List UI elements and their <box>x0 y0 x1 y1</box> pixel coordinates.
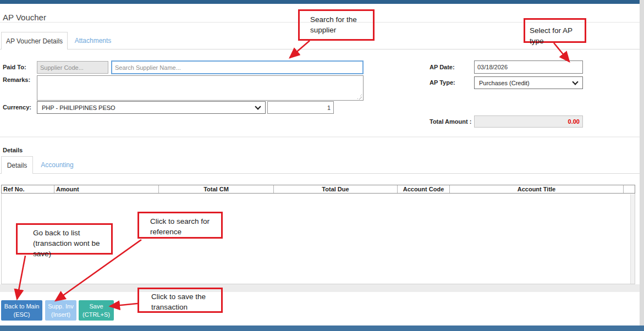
details-tabstrip: Details Accounting <box>0 156 640 174</box>
supplier-name-search-input[interactable] <box>111 60 364 74</box>
details-section-label: Details <box>3 147 23 153</box>
column-header-total-cm[interactable]: Total CM <box>159 185 274 193</box>
bottom-bar <box>0 326 644 331</box>
table-scrollbar[interactable] <box>630 194 635 284</box>
tab-ap-voucher-details[interactable]: AP Voucher Details <box>1 32 68 49</box>
top-bar <box>0 0 640 4</box>
details-table-header: Ref No. Amount Total CM Total Due Accoun… <box>1 185 635 194</box>
column-header-account-title[interactable]: Account Title <box>450 185 624 193</box>
column-header-account-code[interactable]: Account Code <box>398 185 450 193</box>
tab-label: Attachments <box>75 37 112 45</box>
total-amount-label: Total Amount : <box>430 118 471 125</box>
tab-accounting[interactable]: Accounting <box>33 156 81 173</box>
button-shortcut: (Insert) <box>51 311 70 319</box>
tab-attachments[interactable]: Attachments <box>68 32 118 49</box>
annotation-search-supplier: Search for the supplier <box>298 9 375 41</box>
button-label: Supp. Inv <box>48 302 73 311</box>
tab-label: AP Voucher Details <box>6 37 63 45</box>
column-header-total-due[interactable]: Total Due <box>274 185 398 193</box>
currency-rate-input[interactable] <box>267 101 334 114</box>
column-header-spacer <box>624 185 635 193</box>
textarea-resize-grip[interactable] <box>357 95 362 100</box>
button-shortcut: (CTRL+S) <box>82 311 110 319</box>
button-label: Back to Main <box>4 302 40 311</box>
table-footer-strip <box>0 284 640 292</box>
currency-selected-value: PHP - PHILIPPINES PESO <box>42 104 115 111</box>
button-shortcut: (ESC) <box>14 311 30 319</box>
back-to-main-button[interactable]: Back to Main (ESC) <box>1 300 42 321</box>
currency-label: Currency: <box>3 104 31 111</box>
remarks-label: Remarks: <box>3 76 30 83</box>
page-title: AP Voucher <box>3 13 46 22</box>
annotation-go-back: Go back to list (transaction wont be sav… <box>16 223 113 255</box>
annotation-save-transaction: Click to save the transaction <box>137 288 223 313</box>
tab-details[interactable]: Details <box>1 156 33 174</box>
save-button[interactable]: Save (CTRL+S) <box>79 300 114 321</box>
section-divider <box>0 136 640 137</box>
ap-date-input[interactable] <box>474 60 583 74</box>
ap-type-label: AP Type: <box>430 79 455 86</box>
total-amount-input <box>474 115 583 128</box>
ap-type-select[interactable]: Purchases (Credit) <box>474 76 583 89</box>
annotation-select-ap-type: Select for AP type <box>524 18 586 43</box>
chevron-down-icon <box>255 103 261 109</box>
page-scrollbar[interactable] <box>640 0 644 331</box>
currency-select[interactable]: PHP - PHILIPPINES PESO <box>37 101 266 114</box>
supplier-code-input[interactable] <box>37 61 108 74</box>
ap-type-selected-value: Purchases (Credit) <box>479 80 530 86</box>
tab-label: Accounting <box>41 161 73 169</box>
button-label: Save <box>89 302 103 311</box>
column-header-ref-no[interactable]: Ref No. <box>2 185 54 193</box>
remarks-textarea[interactable] <box>37 75 364 101</box>
supp-inv-button[interactable]: Supp. Inv (Insert) <box>45 300 76 321</box>
annotation-search-reference: Click to search for reference <box>137 212 223 239</box>
paid-to-label: Paid To: <box>3 64 26 70</box>
column-header-amount[interactable]: Amount <box>54 185 159 193</box>
ap-voucher-page: AP Voucher AP Voucher Details Attachment… <box>0 0 644 331</box>
tab-label: Details <box>7 162 27 169</box>
ap-date-label: AP Date: <box>430 64 455 70</box>
chevron-down-icon <box>572 79 578 85</box>
